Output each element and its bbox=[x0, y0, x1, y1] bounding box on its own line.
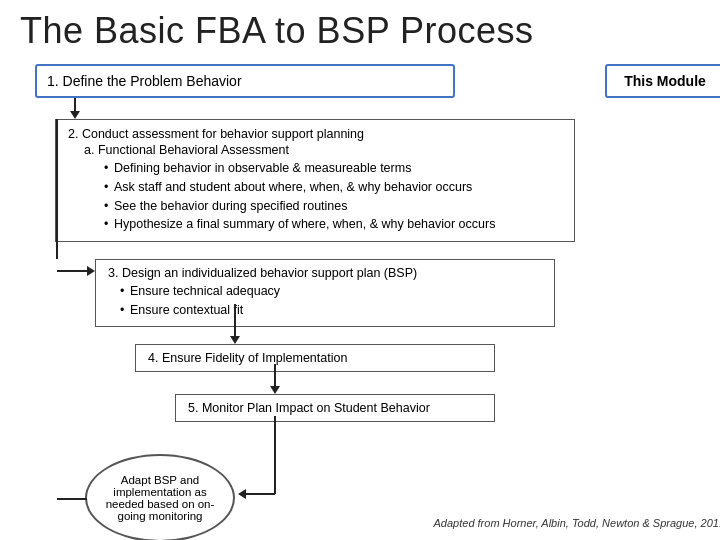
step4-box: 4. Ensure Fidelity of Implementation bbox=[135, 344, 495, 372]
step1-box: 1. Define the Problem Behavior bbox=[35, 64, 455, 98]
page-title: The Basic FBA to BSP Process bbox=[20, 10, 700, 52]
step3-bullet-1: •Ensure technical adequacy bbox=[120, 282, 542, 301]
svg-marker-4 bbox=[87, 266, 95, 276]
step3-bullets: •Ensure technical adequacy •Ensure conte… bbox=[108, 282, 542, 320]
step3-title: 3. Design an individualized behavior sup… bbox=[108, 266, 542, 280]
step2-bullet-3: •See the behavior during specified routi… bbox=[104, 197, 562, 216]
citation: Adapted from Horner, Albin, Todd, Newton… bbox=[434, 517, 720, 529]
step2-sub: a. Functional Behavioral Assessment bbox=[68, 143, 562, 157]
oval-adapt: Adapt BSP and implementation as needed b… bbox=[85, 454, 235, 540]
step2-bullet-1: •Defining behavior in observable & measu… bbox=[104, 159, 562, 178]
step2-bullet-2: •Ask staff and student about where, when… bbox=[104, 178, 562, 197]
step2-title: 2. Conduct assessment for behavior suppo… bbox=[68, 127, 562, 141]
svg-marker-1 bbox=[70, 111, 80, 119]
this-module-badge: This Module bbox=[605, 64, 720, 98]
svg-marker-8 bbox=[270, 386, 280, 394]
step2-bullet-4: •Hypothesize a final summary of where, w… bbox=[104, 215, 562, 234]
step3-bullet-2: •Ensure contextual fit bbox=[120, 301, 542, 320]
step2-box: 2. Conduct assessment for behavior suppo… bbox=[55, 119, 575, 242]
svg-marker-11 bbox=[238, 489, 246, 499]
step3-box: 3. Design an individualized behavior sup… bbox=[95, 259, 555, 327]
step5-box: 5. Monitor Plan Impact on Student Behavi… bbox=[175, 394, 495, 422]
step2-bullets: •Defining behavior in observable & measu… bbox=[68, 159, 562, 234]
svg-marker-6 bbox=[230, 336, 240, 344]
